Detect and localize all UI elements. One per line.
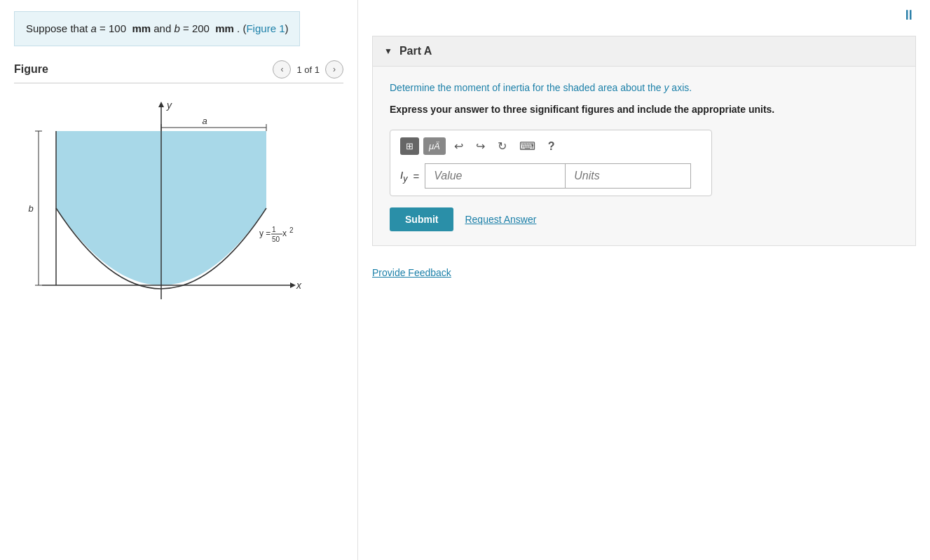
svg-text:y =: y = bbox=[259, 228, 271, 238]
svg-text:y: y bbox=[166, 100, 172, 111]
answer-label: Iy bbox=[400, 169, 407, 184]
figure-scroll-area: y x a b bbox=[14, 89, 329, 334]
left-panel: Suppose that a = 100 mm and b = 200 mm .… bbox=[0, 0, 357, 560]
undo-button[interactable]: ↩ bbox=[450, 137, 467, 155]
provide-feedback-link[interactable]: Provide Feedback bbox=[372, 267, 916, 278]
redo-button[interactable]: ↪ bbox=[472, 137, 489, 155]
right-panel: ⏸ ▼ Part A Determine the moment of inert… bbox=[357, 0, 930, 560]
pause-icon[interactable]: ⏸ bbox=[902, 7, 916, 23]
part-a-header[interactable]: ▼ Part A bbox=[373, 36, 915, 67]
answer-toolbar-container: ⊞ μÄ ↩ ↪ ↻ ⌨ ? Iy = bbox=[390, 130, 712, 196]
layout-button[interactable]: ⊞ bbox=[400, 137, 419, 155]
svg-text:x: x bbox=[282, 228, 287, 238]
figure-header: Figure ‹ 1 of 1 › bbox=[14, 60, 343, 83]
toolbar-row: ⊞ μÄ ↩ ↪ ↻ ⌨ ? bbox=[400, 137, 702, 155]
value-input[interactable] bbox=[425, 163, 565, 189]
figure-svg: y x a b bbox=[14, 89, 322, 334]
var-a: a bbox=[91, 22, 97, 34]
submit-button[interactable]: Submit bbox=[390, 207, 453, 231]
svg-marker-2 bbox=[158, 102, 164, 107]
collapse-arrow-icon: ▼ bbox=[384, 46, 392, 56]
svg-text:a: a bbox=[202, 116, 207, 126]
var-b: b bbox=[174, 22, 179, 34]
help-button[interactable]: ? bbox=[544, 138, 559, 155]
units-input[interactable] bbox=[565, 163, 691, 189]
request-answer-button[interactable]: Request Answer bbox=[465, 214, 536, 225]
svg-text:1: 1 bbox=[272, 226, 276, 233]
part-a-body: Determine the moment of inertia for the … bbox=[373, 67, 915, 245]
part-a-title: Part A bbox=[399, 45, 432, 57]
figure-nav: ‹ 1 of 1 › bbox=[273, 60, 343, 78]
figure-page-indicator: 1 of 1 bbox=[296, 64, 320, 75]
mu-icon: μÄ bbox=[429, 141, 440, 151]
next-figure-button[interactable]: › bbox=[325, 60, 343, 78]
svg-text:b: b bbox=[28, 203, 33, 214]
question-text-line2: Express your answer to three significant… bbox=[390, 102, 898, 117]
problem-statement: Suppose that a = 100 mm and b = 200 mm .… bbox=[14, 11, 300, 46]
answer-input-row: Iy = bbox=[400, 163, 702, 189]
keyboard-button[interactable]: ⌨ bbox=[515, 137, 540, 155]
svg-text:50: 50 bbox=[272, 235, 280, 243]
figure-section: Figure ‹ 1 of 1 › bbox=[14, 60, 343, 334]
refresh-button[interactable]: ↻ bbox=[493, 137, 511, 155]
top-bar: ⏸ bbox=[372, 7, 916, 29]
prev-figure-button[interactable]: ‹ bbox=[273, 60, 291, 78]
layout-icon: ⊞ bbox=[406, 141, 413, 151]
figure-container[interactable]: y x a b bbox=[14, 89, 343, 334]
part-a-section: ▼ Part A Determine the moment of inertia… bbox=[372, 36, 916, 246]
answer-equals: = bbox=[413, 170, 419, 182]
mu-button[interactable]: μÄ bbox=[423, 137, 446, 155]
svg-text:2: 2 bbox=[289, 226, 294, 234]
submit-row: Submit Request Answer bbox=[390, 207, 898, 231]
question-text-line1: Determine the moment of inertia for the … bbox=[390, 81, 898, 95]
figure-link[interactable]: Figure 1 bbox=[246, 22, 285, 34]
figure-title: Figure bbox=[14, 63, 48, 76]
svg-text:x: x bbox=[296, 280, 302, 291]
svg-marker-5 bbox=[290, 282, 296, 288]
